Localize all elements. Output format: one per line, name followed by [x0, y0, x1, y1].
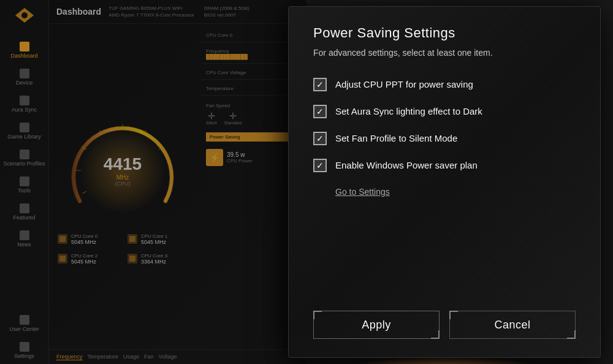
aura-sync-icon	[20, 96, 29, 105]
power-saving-modal: Power Saving Settings For advanced setti…	[288, 6, 601, 358]
tab-usage[interactable]: Usage	[123, 354, 139, 360]
settings-icon	[20, 342, 29, 352]
sidebar-item-device[interactable]: Device	[0, 64, 48, 91]
device-icon	[20, 69, 29, 78]
cpu-core-3-item: CPU Core 3 3364 MHz	[124, 250, 191, 267]
game-library-icon	[20, 123, 29, 132]
checkmark-icon: ✓	[316, 134, 324, 143]
tools-icon	[20, 176, 29, 186]
checkbox-windows-power-label: Enable Windows Power saver plan	[335, 160, 478, 170]
user-center-icon	[20, 315, 29, 325]
sidebar-item-dashboard[interactable]: Dashboard	[0, 37, 48, 64]
sidebar-item-user-center[interactable]: User Center	[0, 310, 48, 337]
checkbox-windows-power[interactable]: ✓ Enable Windows Power saver plan	[313, 159, 576, 172]
go-to-settings-link[interactable]: Go to Settings	[335, 187, 576, 197]
system-info: TUF GAMING B650M-PLUS WIFI AMD Ryzen 7 7…	[109, 5, 194, 18]
fan-silent: Silent	[206, 111, 217, 125]
checkbox-list: ✓ Adjust CPU PPT for power saving ✓ Set …	[313, 78, 576, 172]
tab-temperature[interactable]: Temperature	[88, 354, 119, 360]
svg-point-18	[232, 115, 234, 117]
sidebar-item-settings[interactable]: Settings	[0, 337, 48, 364]
checkbox-cpu-ppt-box[interactable]: ✓	[313, 78, 327, 91]
svg-point-0	[21, 12, 28, 18]
checkbox-windows-power-box[interactable]: ✓	[313, 159, 327, 172]
sidebar-item-scenario-profiles[interactable]: Scenario Profiles	[0, 145, 48, 172]
apply-button[interactable]: Apply	[313, 311, 440, 339]
sidebar-item-tools[interactable]: Tools	[0, 172, 48, 199]
armoury-crate-logo	[12, 6, 37, 25]
ram-bios-info: DRAM (2068 & 5G8) BIOS ver.0007	[204, 5, 249, 18]
metric-cpu-core-0: CPU Core 0	[201, 29, 302, 42]
sidebar-item-game-library[interactable]: Game Library	[0, 118, 48, 145]
modal-subtitle: For advanced settings, select at least o…	[313, 47, 576, 59]
checkbox-fan-profile[interactable]: ✓ Set Fan Profile to Silent Mode	[313, 132, 576, 145]
dashboard-icon	[20, 42, 29, 51]
cpu-core-1-item: CPU Core 1 5045 MHz	[124, 230, 191, 248]
cpu-core-0-item: CPU Core 0 5045 MHz	[54, 230, 121, 248]
svg-rect-14	[59, 256, 66, 262]
checkmark-icon: ✓	[316, 80, 324, 89]
dashboard-tabs: Frequency Temperature Usage Fan Voltage	[49, 349, 306, 364]
news-icon	[20, 230, 29, 240]
featured-icon	[20, 203, 29, 213]
power-saving-badge: Power Saving	[206, 132, 297, 142]
gauge-left: 4415 MHz (CPU) CPU Core 0 5045 MHz	[49, 24, 196, 363]
modal-glow	[352, 357, 536, 364]
sidebar-bottom: User Center Settings	[0, 310, 48, 364]
dashboard-header: Dashboard TUF GAMING B650M-PLUS WIFI AMD…	[49, 0, 306, 24]
dashboard-content: Dashboard TUF GAMING B650M-PLUS WIFI AMD…	[49, 0, 306, 364]
modal-buttons: Apply Cancel	[313, 311, 576, 339]
metric-voltage: CPU Core Voltage	[201, 66, 302, 80]
gauge-section: 4415 MHz (CPU) CPU Core 0 5045 MHz	[49, 24, 306, 363]
fan-speed-section: Fan Speed Silent	[201, 100, 302, 127]
fan-icons: Silent Standard	[206, 111, 297, 125]
checkbox-cpu-ppt-label: Adjust CPU PPT for power saving	[335, 79, 473, 89]
tab-frequency[interactable]: Frequency	[56, 354, 83, 360]
tab-voltage[interactable]: Voltage	[159, 354, 177, 360]
cpu-gauge: 4415 MHz (CPU)	[67, 115, 178, 226]
tab-fan[interactable]: Fan	[144, 354, 154, 360]
checkbox-fan-profile-box[interactable]: ✓	[313, 132, 327, 145]
gauge-value: 4415 MHz (CPU)	[104, 154, 142, 187]
checkmark-icon: ✓	[316, 107, 324, 116]
cpu-chip-icon: ⚡	[206, 149, 223, 166]
cancel-button[interactable]: Cancel	[449, 311, 576, 339]
sidebar-item-aura-sync[interactable]: Aura Sync	[0, 91, 48, 118]
sidebar-item-featured[interactable]: Featured	[0, 199, 48, 226]
cpu-core-2-item: CPU Core 2 5045 MHz	[54, 250, 121, 267]
svg-rect-10	[59, 236, 66, 242]
checkbox-fan-profile-label: Set Fan Profile to Silent Mode	[335, 133, 457, 143]
metric-frequency: Frequency ████████████	[201, 45, 302, 64]
checkbox-aura-sync[interactable]: ✓ Set Aura Sync lighting effect to Dark	[313, 105, 576, 118]
checkmark-icon: ✓	[316, 161, 324, 170]
svg-rect-12	[129, 236, 135, 242]
modal-title: Power Saving Settings	[313, 25, 576, 41]
metric-temperature: Temperature	[201, 82, 302, 96]
checkbox-cpu-ppt[interactable]: ✓ Adjust CPU PPT for power saving	[313, 78, 576, 91]
dashboard-title: Dashboard	[56, 7, 101, 17]
sidebar: Dashboard Device Aura Sync Game Library …	[0, 0, 49, 364]
checkbox-aura-sync-box[interactable]: ✓	[313, 105, 327, 118]
checkbox-aura-sync-label: Set Aura Sync lighting effect to Dark	[335, 106, 482, 116]
cpu-cores-grid: CPU Core 0 5045 MHz CPU Core 1 5045 MHz	[49, 226, 196, 272]
sidebar-item-news[interactable]: News	[0, 226, 48, 252]
app-background: Dashboard Device Aura Sync Game Library …	[0, 0, 306, 364]
fan-standard: Standard	[224, 111, 242, 125]
scenario-profiles-icon	[20, 150, 29, 159]
power-info: ⚡ 39.5 w CPU Power	[201, 146, 302, 169]
svg-rect-16	[129, 256, 135, 262]
svg-point-17	[210, 115, 213, 117]
